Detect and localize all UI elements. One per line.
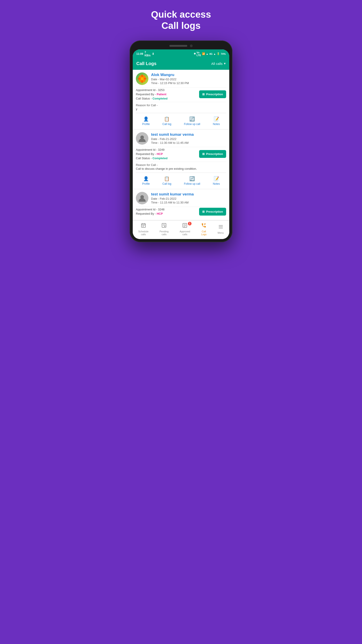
approved-label: Approvedcalls (180, 230, 190, 236)
profile-label-1: Profile (142, 122, 150, 126)
card-1-reason-text: y (136, 107, 226, 111)
avatar-2 (136, 132, 148, 145)
phone-camera (190, 44, 193, 47)
profile-btn-2[interactable]: 👤 Profile (140, 175, 151, 186)
followup-icon-2: 🔄 (189, 176, 195, 181)
prescription-icon-2: ⊞ (202, 152, 205, 156)
card-3-details: Appointment Id - 3248 Requested By - HCP… (136, 206, 226, 216)
calllog-icon-1: 📋 (164, 116, 170, 122)
avatar-1 (136, 72, 148, 85)
profile-btn-1[interactable]: 👤 Profile (140, 116, 151, 126)
filter-dropdown[interactable]: All calls ▾ (211, 62, 226, 66)
wifi-icon: 📶 (202, 52, 205, 55)
approved-icon (182, 223, 187, 230)
notes-label-2: Notes (213, 182, 220, 185)
status-left: 11:09 7KB/s ⬇ (136, 51, 154, 57)
card-2-time: Time - 11:30 AM to 11:45 AM (151, 141, 194, 144)
card-1-appointment: Appointment Id - 3253 (136, 88, 197, 92)
calllogs-icon (201, 223, 206, 230)
card-2-date: Date - Feb-21-2022 (151, 137, 194, 141)
card-1-info: Alok Wangru Date - Mar-02-2022 Time - 12… (151, 73, 189, 85)
card-2-reason-label: Reason for Call - (136, 163, 226, 166)
menu-label: Menu (218, 232, 224, 234)
notes-icon-2: 📝 (214, 176, 219, 181)
notes-btn-1[interactable]: 📝 Notes (211, 116, 221, 126)
prescription-label-2: Prescription (206, 152, 223, 156)
hero-line1: Quick access (151, 9, 211, 20)
status-bar: 11:09 7KB/s ⬇ ✱ VoLTE 📶 ▲ 4G ▲ 🔋 74% (133, 50, 229, 58)
signal-icon: ▲ (206, 52, 209, 55)
prescription-label-1: Prescription (206, 92, 223, 96)
followup-btn-1[interactable]: 🔄 Follow up call (182, 116, 202, 126)
status-download-icon: ⬇ (152, 52, 154, 56)
schedule-label: Schedulecalls (138, 230, 149, 236)
approved-badge: 1 (188, 222, 192, 226)
card-2-reason: Reason for Call - Call to discuss change… (136, 162, 226, 173)
prescription-icon-3: ⊞ (202, 210, 205, 213)
card-1-requested: Requested By - Patient (136, 92, 197, 96)
bluetooth-icon: ✱ (194, 52, 196, 55)
status-data: 7KB/s (145, 51, 151, 57)
profile-label-2: Profile (142, 182, 150, 185)
svg-point-9 (141, 77, 144, 80)
notes-icon-1: 📝 (214, 116, 219, 122)
status-right: ✱ VoLTE 📶 ▲ 4G ▲ 🔋 74% (194, 51, 226, 56)
card-3-appointment: Appointment Id - 3248 (136, 208, 197, 211)
prescription-btn-3[interactable]: ⊞ Prescription (199, 208, 226, 216)
card-3-details-left: Appointment Id - 3248 Requested By - HCP (136, 208, 197, 215)
calllog-btn-1[interactable]: 📋 Call log (161, 116, 173, 126)
svg-rect-18 (162, 224, 166, 228)
card-3-date: Date - Feb-21-2022 (151, 197, 194, 200)
card-2-appointment: Appointment Id - 3249 (136, 148, 197, 152)
card-3-time: Time - 11:15 AM to 11:30 AM (151, 201, 194, 204)
prescription-btn-2[interactable]: ⊞ Prescription (199, 150, 226, 158)
card-2-actions: 👤 Profile 📋 Call log 🔄 Follow up call 📝 … (136, 173, 226, 186)
card-1-reason: Reason for Call - y (136, 102, 226, 113)
card-1-status: Call Status - Completed (136, 97, 197, 100)
network-type: 4G (209, 52, 213, 55)
profile-icon-2: 👤 (143, 176, 149, 181)
svg-rect-28 (204, 225, 205, 225)
card-1-actions: 👤 Profile 📋 Call log 🔄 Follow up call 📝 … (136, 113, 226, 126)
followup-label-1: Follow up call (184, 122, 200, 126)
nav-menu[interactable]: Menu (215, 224, 226, 235)
call-card-1: Alok Wangru Date - Mar-02-2022 Time - 12… (133, 70, 229, 130)
phone-speaker (169, 45, 187, 47)
prescription-btn-1[interactable]: ⊞ Prescription (199, 90, 226, 98)
nav-approved[interactable]: 1 Approvedcalls (177, 222, 192, 236)
card-2-requested: Requested By - HCP (136, 152, 197, 156)
avatar-3 (136, 192, 148, 204)
nav-schedule[interactable]: Schedulecalls (136, 222, 151, 236)
notes-btn-2[interactable]: 📝 Notes (211, 175, 221, 186)
nav-call-logs[interactable]: CallLogs (199, 222, 209, 236)
hero-section: Quick access Call logs (151, 9, 211, 32)
card-2-reason-text: Call to discuss change in pre existing c… (136, 167, 226, 170)
card-3-requested: Requested By - HCP (136, 212, 197, 215)
volte-icon: VoLTE (197, 51, 201, 56)
followup-label-2: Follow up call (184, 182, 200, 185)
card-2-status: Call Status - Completed (136, 156, 197, 160)
phone-frame: 11:09 7KB/s ⬇ ✱ VoLTE 📶 ▲ 4G ▲ 🔋 74% Cal… (130, 40, 232, 242)
calllog-label-1: Call log (162, 122, 171, 126)
call-card-2: test sumit kumar verma Date - Feb-21-202… (133, 130, 229, 189)
phone-top-bar (133, 44, 229, 47)
pending-icon (161, 223, 167, 230)
prescription-icon-1: ⊞ (202, 92, 205, 96)
card-1-details-left: Appointment Id - 3253 Requested By - Pat… (136, 88, 197, 100)
chevron-down-icon: ▾ (224, 62, 226, 66)
notes-label-1: Notes (213, 122, 220, 126)
followup-icon-1: 🔄 (189, 116, 195, 122)
pending-label: Pendingcalls (160, 230, 168, 236)
signal-bars: ▲ (213, 52, 216, 55)
bottom-nav: Schedulecalls Pendingcalls 1 (133, 220, 229, 239)
card-2-details-left: Appointment Id - 3249 Requested By - HCP… (136, 148, 197, 160)
calllog-label-2: Call log (162, 182, 171, 185)
profile-icon-1: 👤 (143, 116, 149, 122)
nav-pending[interactable]: Pendingcalls (157, 222, 171, 236)
battery-icon: 🔋 (217, 52, 220, 55)
card-1-header: Alok Wangru Date - Mar-02-2022 Time - 12… (136, 72, 226, 85)
calllog-btn-2[interactable]: 📋 Call log (161, 175, 173, 186)
schedule-icon (141, 223, 146, 230)
followup-btn-2[interactable]: 🔄 Follow up call (182, 175, 202, 186)
hero-line2: Call logs (161, 20, 200, 31)
